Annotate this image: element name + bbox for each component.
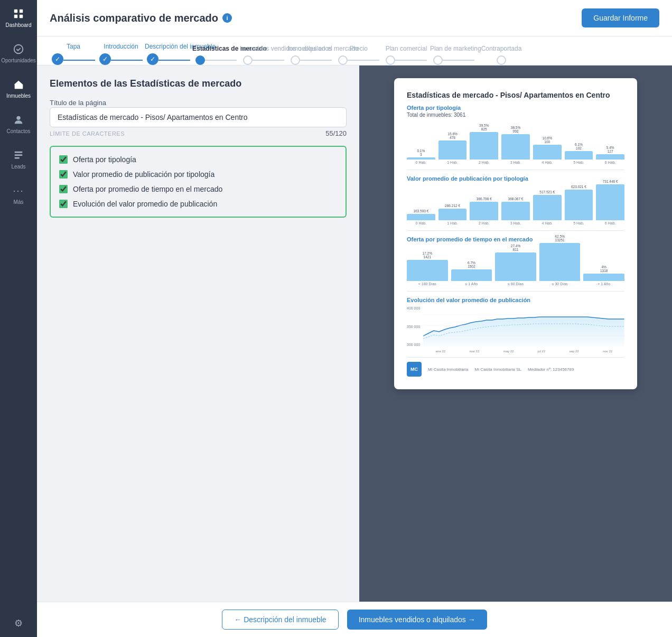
step-introduccion-circle: ✓ — [99, 53, 111, 65]
sidebar-item-mas[interactable]: ··· Más — [0, 177, 37, 212]
sidebar-item-oportunidades[interactable]: Oportunidades — [0, 35, 37, 71]
char-count-row: LÍMITE DE CARACTERES 55/120 — [50, 129, 347, 137]
checkbox-oferta-tiempo[interactable]: Oferta por promedio de tiempo en el merc… — [59, 185, 337, 193]
content-area: Elementos de las Estadísticas de mercado… — [37, 65, 672, 602]
back-button[interactable]: ← Descripción del inmueble — [222, 610, 338, 630]
bar-group-6: 5.4%127 6 Hab. — [596, 146, 624, 164]
chart4-body: 400 000 350 000 300 000 — [407, 304, 624, 349]
info-icon[interactable]: i — [222, 13, 232, 23]
svg-point-4 — [14, 45, 23, 54]
bar3-group-1: 6.7%1502 ≤ 1 Año — [451, 261, 492, 286]
step-estadisticas-circle — [195, 55, 205, 65]
sidebar-item-dashboard-label: Dashboard — [6, 22, 32, 28]
sidebar-item-contactos-label: Contactos — [6, 128, 30, 134]
main-content: Análisis comparativo de mercado i Guarda… — [37, 0, 672, 637]
divider-1 — [407, 170, 624, 170]
chart4-svg — [423, 304, 624, 346]
bar3-group-0: 17.2%1421 < 180 Días — [407, 251, 448, 286]
preview-footer-logo: MC — [407, 362, 422, 377]
wizard-step-precio[interactable]: Precio — [335, 45, 382, 65]
checkbox-oferta-tiempo-input[interactable] — [59, 185, 68, 193]
connector-2 — [111, 60, 143, 61]
chart4-subtitle: Evolución del valor promedio de publicac… — [407, 297, 624, 303]
bar-group-1: 15.6%478 1 Hab. — [438, 132, 467, 164]
connector-5 — [253, 60, 284, 61]
page-title-label: Título de la página — [50, 99, 106, 107]
svg-rect-1 — [20, 10, 23, 13]
chart3-bars: 17.2%1421 < 180 Días 6.7%1502 ≤ 1 Año 27… — [407, 243, 624, 286]
preview-card: Estadísticas de mercado - Pisos/ Apartam… — [394, 78, 637, 389]
chart3-container: Oferta por promedio de tiempo en el merc… — [407, 236, 624, 286]
bar-group-4: 10.6%100 4 Hab. — [533, 136, 562, 164]
step-vendidos-circle — [243, 55, 253, 65]
sidebar-item-contactos[interactable]: Contactos — [0, 106, 37, 142]
chart2-bars: 163.500 € 0 Hab. 286.212 € 1 Hab. 366.79… — [407, 183, 624, 225]
step-precio-label: Precio — [335, 45, 382, 52]
sidebar-item-oportunidades-label: Oportunidades — [1, 58, 36, 63]
wizard-step-plan-marketing[interactable]: Plan de marketing — [430, 45, 478, 65]
wizard-row: Tapa ✓ Introducción ✓ Descripción del in… — [50, 43, 659, 65]
checkbox-oferta-tiempo-label: Oferta por promedio de tiempo en el merc… — [73, 185, 222, 193]
save-button[interactable]: Guardar Informe — [582, 8, 659, 27]
step-tapa-label: Tapa — [50, 43, 97, 50]
bar-group-5: 6.1%102 5 Hab. — [565, 143, 593, 164]
gear-icon: ⚙ — [12, 617, 25, 630]
step-plan-comercial-circle — [386, 55, 395, 65]
sidebar: Dashboard Oportunidades Inmuebles Contac… — [0, 0, 37, 637]
wizard-step-vendidos[interactable]: Inmuebles vendidos o alquilados — [240, 45, 287, 65]
chart2-subtitle: Valor promedio de publicación por tipolo… — [407, 175, 624, 182]
sidebar-item-config[interactable]: ⚙ — [0, 610, 37, 637]
checkbox-evolucion-valor[interactable]: Evolución del valor promedio de publicac… — [59, 200, 337, 208]
section-title: Elementos de las Estadísticas de mercado — [50, 78, 347, 89]
sidebar-item-dashboard[interactable]: Dashboard — [0, 0, 37, 35]
step-estadisticas-label: Estadísticas de mercado — [192, 45, 240, 52]
wizard-step-introduccion[interactable]: Introducción ✓ — [97, 43, 145, 65]
contactos-icon — [12, 114, 25, 126]
checkbox-oferta-tipologia-input[interactable] — [59, 155, 68, 164]
sidebar-item-inmuebles-label: Inmuebles — [6, 93, 31, 99]
leads-icon — [12, 149, 25, 162]
header: Análisis comparativo de mercado i Guarda… — [37, 0, 672, 36]
svg-rect-5 — [17, 86, 20, 89]
chart4-y-labels: 400 000 350 000 300 000 — [407, 304, 420, 349]
checkbox-oferta-tipologia[interactable]: Oferta por tipología — [59, 155, 337, 164]
bar-group-2: 39.5%825 2 Hab. — [470, 124, 498, 164]
dashboard-icon — [12, 7, 25, 20]
bar2-group-4: 517.521 € 4 Hab. — [533, 190, 562, 225]
wizard-step-contraportada[interactable]: Contraportada — [478, 45, 525, 65]
svg-point-6 — [16, 116, 20, 120]
preview-footer-mediador: Mediador nº: 123456789 — [528, 367, 574, 372]
chart1-bars: 0.1%3 0 Hab. 15.6%478 1 Hab. 39.5%825 — [407, 122, 624, 164]
chart1-total: Total de inmuebles: 3061 — [407, 112, 624, 118]
svg-rect-3 — [20, 15, 23, 18]
bar3-group-2: 27.4%811 ≤ 90 Días — [495, 244, 536, 286]
step-plan-comercial-label: Plan comercial — [382, 45, 430, 52]
bar-group-3: 38.5%992 3 Hab. — [501, 126, 530, 164]
divider-2 — [407, 230, 624, 231]
svg-rect-2 — [14, 15, 17, 18]
step-descripcion-circle: ✓ — [147, 53, 158, 65]
bar-group-0: 0.1%3 0 Hab. — [407, 149, 435, 164]
oportunidades-icon — [12, 43, 25, 55]
preview-footer-company-sl: Mi Casita Inmobiliaria SL — [474, 367, 521, 372]
wizard-step-estadisticas[interactable]: Estadísticas de mercado — [192, 45, 240, 65]
checkbox-valor-promedio-input[interactable] — [59, 170, 68, 179]
sidebar-item-inmuebles[interactable]: Inmuebles — [0, 71, 37, 106]
connector-4 — [205, 60, 237, 61]
sidebar-item-leads[interactable]: Leads — [0, 142, 37, 177]
next-button[interactable]: Inmuebles vendidos o alquilados → — [347, 610, 487, 630]
page-title: Análisis comparativo de mercado — [50, 12, 218, 24]
wizard-step-descripcion[interactable]: Descripción del inmueble ✓ — [145, 43, 192, 65]
chart2-container: Valor promedio de publicación por tipolo… — [407, 175, 624, 225]
chart1-container: Oferta por tipología Total de inmuebles:… — [407, 105, 624, 164]
checkbox-evolucion-valor-input[interactable] — [59, 200, 68, 208]
wizard-step-plan-comercial[interactable]: Plan comercial — [382, 45, 430, 65]
checkbox-valor-promedio[interactable]: Valor promedio de publicación por tipolo… — [59, 170, 337, 179]
wizard: Tapa ✓ Introducción ✓ Descripción del in… — [37, 36, 672, 65]
step-plan-marketing-circle — [433, 55, 443, 65]
chart4-x-labels: ene 22 mar 22 may 22 jul 22 sep 22 nov 2… — [407, 350, 624, 353]
wizard-step-mercado[interactable]: Inmuebles en el mercado — [287, 45, 335, 65]
right-panel: Estadísticas de mercado - Pisos/ Apartam… — [359, 65, 672, 602]
page-title-input[interactable] — [50, 107, 347, 127]
wizard-step-tapa[interactable]: Tapa ✓ — [50, 43, 97, 65]
